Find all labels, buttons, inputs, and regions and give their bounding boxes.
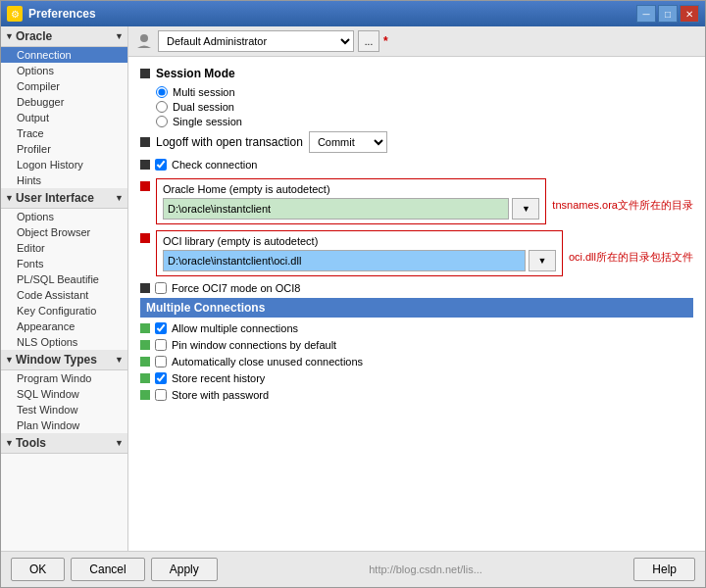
- sidebar-item-profiler[interactable]: Profiler: [1, 141, 127, 157]
- sidebar-item-program-window[interactable]: Program Windo: [1, 370, 127, 386]
- close-button[interactable]: ✕: [680, 5, 699, 23]
- pin-window-checkbox[interactable]: [155, 339, 167, 351]
- store-password-checkbox[interactable]: [155, 389, 167, 401]
- sidebar-item-plsql-beautifier[interactable]: PL/SQL Beautifie: [1, 271, 127, 287]
- auto-close-checkbox[interactable]: [155, 356, 167, 368]
- maximize-button[interactable]: □: [658, 5, 678, 23]
- sidebar-item-object-browser[interactable]: Object Browser: [1, 224, 127, 240]
- title-buttons: ─ □ ✕: [636, 5, 699, 23]
- oci-library-input[interactable]: [163, 250, 526, 271]
- dual-session-label: Dual session: [173, 101, 234, 113]
- user-interface-section-header[interactable]: ▼ User Interface ▼: [1, 188, 127, 209]
- allow-multiple-marker: [140, 323, 150, 333]
- sidebar-item-options-ui[interactable]: Options: [1, 209, 127, 224]
- pin-window-marker: [140, 340, 150, 350]
- minimize-button[interactable]: ─: [636, 5, 656, 23]
- allow-multiple-label: Allow multiple connections: [172, 322, 298, 334]
- store-password-label: Store with password: [172, 389, 269, 401]
- dual-session-option: Dual session: [156, 101, 693, 113]
- sidebar-item-options-oracle[interactable]: Options: [1, 63, 127, 78]
- oracle-dropdown-icon: ▼: [115, 31, 124, 41]
- ui-dropdown-icon: ▼: [115, 193, 124, 203]
- multi-session-radio[interactable]: [156, 86, 168, 98]
- sidebar-item-test-window[interactable]: Test Window: [1, 402, 127, 417]
- window-types-section-header[interactable]: ▼ Window Types ▼: [1, 350, 127, 370]
- sidebar-item-logon-history[interactable]: Logon History: [1, 157, 127, 172]
- force-oci-checkbox[interactable]: [155, 282, 167, 294]
- sidebar-item-output[interactable]: Output: [1, 110, 127, 125]
- sidebar-item-hints[interactable]: Hints: [1, 172, 127, 188]
- oci-annotation-row: oci.dll所在的目录包括文件: [569, 250, 693, 265]
- profile-select[interactable]: Default Administrator: [158, 30, 354, 52]
- store-password-marker: [140, 390, 150, 400]
- force-oci-label: Force OCI7 mode on OCI8: [172, 282, 300, 294]
- multi-session-option: Multi session: [156, 86, 693, 98]
- store-recent-row: Store recent history: [140, 372, 693, 384]
- main-panel: Default Administrator ... * Session Mode…: [128, 26, 705, 551]
- sidebar-item-key-configuration[interactable]: Key Configuratio: [1, 303, 127, 318]
- sidebar-item-fonts[interactable]: Fonts: [1, 256, 127, 271]
- allow-multiple-checkbox[interactable]: [155, 322, 167, 334]
- ok-button[interactable]: OK: [11, 558, 65, 581]
- tools-arrow: ▼: [5, 438, 14, 448]
- sidebar-item-sql-window[interactable]: SQL Window: [1, 386, 127, 402]
- oci-library-marker: [140, 233, 150, 243]
- sidebar-item-code-assistant[interactable]: Code Assistant: [1, 287, 127, 303]
- pin-window-label: Pin window connections by default: [172, 339, 336, 351]
- oci-library-label: OCI library (empty is autodetect): [163, 235, 556, 247]
- logoff-marker: [140, 137, 150, 147]
- window-types-section-label: Window Types: [16, 353, 97, 367]
- single-session-radio[interactable]: [156, 116, 168, 127]
- oci-library-input-row: ▼: [163, 250, 556, 271]
- toolbar: Default Administrator ... *: [128, 26, 705, 57]
- sidebar-item-nls-options[interactable]: NLS Options: [1, 334, 127, 350]
- single-session-label: Single session: [173, 116, 242, 127]
- profile-icon: [134, 31, 154, 51]
- unsaved-indicator: *: [383, 34, 388, 48]
- window-title: Preferences: [28, 7, 96, 21]
- cancel-button[interactable]: Cancel: [71, 558, 144, 581]
- sidebar-item-trace[interactable]: Trace: [1, 125, 127, 141]
- apply-button[interactable]: Apply: [151, 558, 218, 581]
- ui-arrow: ▼: [5, 193, 14, 203]
- session-mode-group: Multi session Dual session Single sessio…: [156, 86, 693, 127]
- oracle-home-browse-button[interactable]: ▼: [512, 198, 539, 220]
- sidebar-item-compiler[interactable]: Compiler: [1, 78, 127, 94]
- oracle-home-annotation: tnsnames.ora文件所在的目录: [552, 198, 693, 213]
- check-connection-checkbox[interactable]: [155, 159, 167, 171]
- dual-session-radio[interactable]: [156, 101, 168, 113]
- tools-section-header[interactable]: ▼ Tools ▼: [1, 433, 127, 454]
- force-oci-marker: [140, 283, 150, 293]
- sidebar-item-appearance[interactable]: Appearance: [1, 318, 127, 334]
- logoff-row: Logoff with open transaction Commit: [140, 131, 693, 153]
- oracle-home-input[interactable]: [163, 198, 509, 220]
- sidebar-item-plan-window[interactable]: Plan Window: [1, 417, 127, 433]
- check-connection-label: Check connection: [172, 159, 257, 171]
- session-mode-marker: [140, 69, 150, 78]
- tools-section-label: Tools: [16, 436, 46, 450]
- title-bar: ⚙ Preferences ─ □ ✕: [1, 1, 705, 26]
- force-oci-row: Force OCI7 mode on OCI8: [140, 282, 693, 294]
- profile-more-button[interactable]: ...: [358, 30, 379, 52]
- oci-annotation: oci.dll所在的目录包括文件: [569, 250, 693, 265]
- oracle-home-field-group: Oracle Home (empty is autodetect) ▼: [156, 178, 546, 224]
- oracle-home-section: Oracle Home (empty is autodetect) ▼ tnsn…: [140, 178, 693, 224]
- logoff-select[interactable]: Commit: [309, 131, 387, 153]
- oci-library-section: OCI library (empty is autodetect) ▼ oci.…: [140, 230, 693, 276]
- sidebar-item-connection[interactable]: Connection: [1, 47, 127, 63]
- sidebar-item-debugger[interactable]: Debugger: [1, 94, 127, 110]
- single-session-option: Single session: [156, 116, 693, 127]
- check-conn-marker: [140, 160, 150, 170]
- bottom-left-buttons: OK Cancel Apply: [11, 558, 218, 581]
- oracle-home-marker: [140, 181, 150, 191]
- store-recent-checkbox[interactable]: [155, 372, 167, 384]
- allow-multiple-row: Allow multiple connections: [140, 322, 693, 334]
- wt-arrow: ▼: [5, 355, 14, 365]
- oracle-section-header[interactable]: ▼ Oracle ▼: [1, 26, 127, 47]
- auto-close-label: Automatically close unused connections: [172, 356, 363, 368]
- window-icon: ⚙: [7, 6, 23, 22]
- title-bar-left: ⚙ Preferences: [7, 6, 96, 22]
- oci-library-browse-button[interactable]: ▼: [529, 250, 556, 271]
- sidebar-item-editor[interactable]: Editor: [1, 240, 127, 256]
- help-button[interactable]: Help: [633, 558, 695, 581]
